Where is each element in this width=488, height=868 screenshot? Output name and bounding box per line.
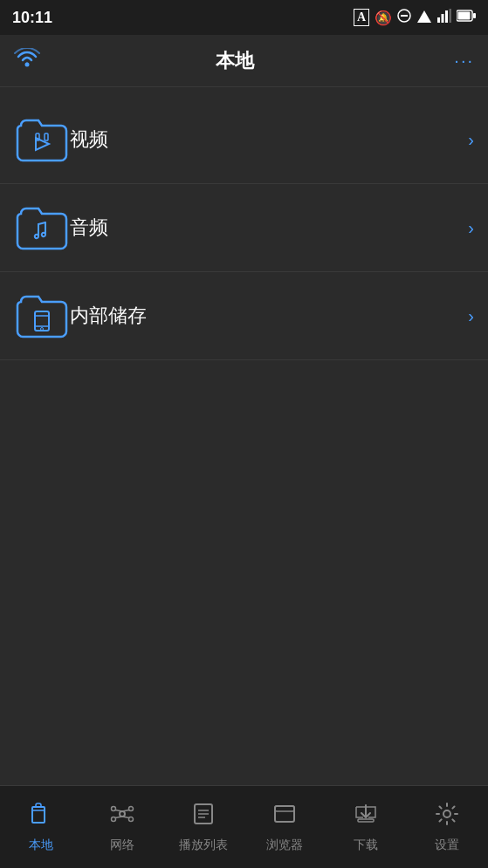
browser-label: 浏览器 [266, 837, 303, 853]
svg-rect-9 [473, 13, 476, 18]
main-content: 视频 › 音频 › 内部储存 [0, 87, 488, 785]
status-icons: A 🔕 [354, 9, 476, 26]
audio-folder-icon [14, 200, 70, 256]
header-title: 本地 [51, 48, 419, 74]
status-bar: 10:11 A 🔕 [0, 0, 488, 35]
file-list: 视频 › 音频 › 内部储存 [0, 87, 488, 360]
svg-line-26 [115, 817, 122, 818]
svg-point-37 [443, 810, 450, 817]
svg-rect-8 [458, 12, 471, 20]
svg-rect-5 [445, 10, 448, 23]
network-label: 网络 [110, 837, 134, 853]
svg-point-22 [111, 817, 115, 821]
svg-rect-1 [401, 15, 408, 17]
wifi-signal-icon [416, 9, 432, 26]
minus-circle-icon [397, 9, 411, 26]
signal-bars-icon [437, 9, 451, 26]
video-chevron-icon: › [468, 130, 474, 150]
internal-storage-label: 内部储存 [70, 303, 468, 329]
svg-rect-35 [358, 819, 374, 822]
svg-rect-32 [275, 806, 294, 822]
audio-label: 音频 [70, 215, 468, 241]
svg-point-19 [120, 811, 125, 817]
nav-download[interactable]: 下载 [326, 802, 407, 853]
svg-point-10 [25, 62, 30, 66]
svg-point-23 [128, 817, 133, 821]
mute-icon: 🔕 [375, 10, 392, 26]
video-folder-icon [14, 112, 70, 167]
more-options-button[interactable]: ··· [454, 51, 474, 71]
battery-icon [457, 10, 476, 25]
svg-rect-12 [45, 133, 48, 140]
svg-rect-6 [450, 9, 452, 23]
svg-line-25 [122, 810, 129, 811]
nav-local[interactable]: 本地 [0, 802, 81, 853]
nav-browser[interactable]: 浏览器 [244, 802, 326, 853]
settings-icon [435, 802, 459, 832]
svg-point-21 [128, 806, 133, 810]
header: 本地 ··· [0, 35, 488, 87]
video-label: 视频 [70, 126, 468, 153]
svg-line-24 [115, 810, 122, 811]
svg-rect-3 [437, 17, 440, 23]
svg-line-27 [122, 817, 129, 818]
bottom-navigation: 本地 网络 播 [0, 785, 488, 868]
nav-playlist[interactable]: 播放列表 [162, 802, 244, 853]
local-label: 本地 [29, 837, 53, 853]
network-icon [110, 802, 134, 832]
svg-rect-34 [275, 811, 294, 822]
nav-network[interactable]: 网络 [81, 802, 162, 853]
storage-folder-icon [14, 288, 70, 344]
audio-chevron-icon: › [468, 218, 474, 238]
playlist-label: 播放列表 [179, 837, 228, 853]
download-label: 下载 [354, 837, 378, 853]
settings-label: 设置 [435, 837, 459, 853]
svg-rect-17 [32, 807, 45, 823]
video-item[interactable]: 视频 › [0, 96, 488, 184]
playlist-icon [191, 802, 216, 832]
nav-settings[interactable]: 设置 [407, 802, 488, 853]
svg-point-16 [41, 328, 44, 331]
local-icon [29, 802, 53, 832]
status-a-icon: A [354, 9, 369, 26]
internal-storage-item[interactable]: 内部储存 › [0, 272, 488, 360]
storage-chevron-icon: › [468, 306, 474, 326]
wifi-icon [14, 48, 40, 74]
download-icon [354, 802, 378, 832]
svg-rect-4 [442, 14, 444, 23]
audio-item[interactable]: 音频 › [0, 184, 488, 272]
svg-point-20 [111, 806, 115, 810]
status-time: 10:11 [12, 9, 52, 27]
svg-marker-2 [417, 10, 431, 23]
browser-icon [272, 802, 297, 832]
